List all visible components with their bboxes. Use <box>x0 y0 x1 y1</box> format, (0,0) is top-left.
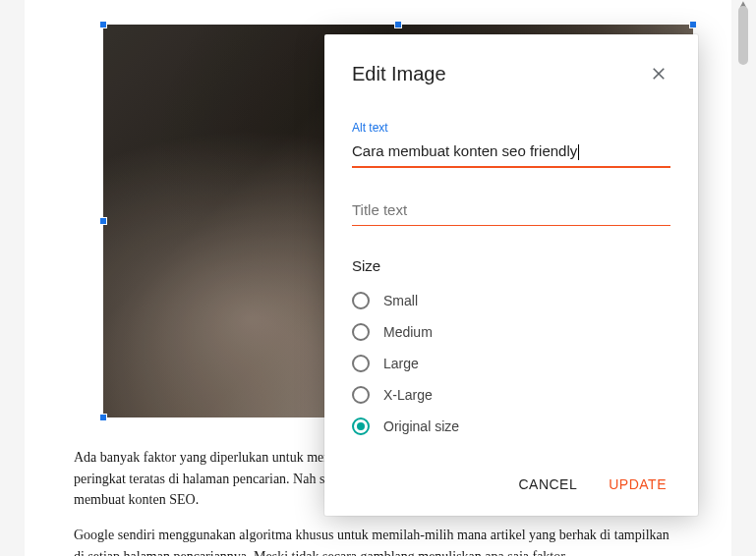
resize-handle-tl[interactable] <box>99 21 107 28</box>
alt-text-input[interactable]: Cara membuat konten seo friendly <box>352 140 670 168</box>
size-option-medium[interactable]: Medium <box>352 323 670 341</box>
article-paragraph[interactable]: Google sendiri menggunakan algoritma khu… <box>74 525 682 556</box>
update-button[interactable]: UPDATE <box>605 471 670 498</box>
resize-handle-ml[interactable] <box>99 217 107 225</box>
alt-text-value: Cara membuat konten seo friendly <box>352 142 577 159</box>
resize-handle-tc[interactable] <box>394 21 402 28</box>
dialog-title: Edit Image <box>352 63 446 85</box>
edit-image-dialog: Edit Image Alt text Cara membuat konten … <box>324 34 698 516</box>
radio-icon <box>352 386 370 404</box>
resize-handle-bl[interactable] <box>99 414 107 421</box>
radio-label: Original size <box>383 418 459 434</box>
radio-label: X-Large <box>383 387 433 403</box>
dialog-actions: CANCEL UPDATE <box>352 463 670 498</box>
close-icon <box>650 65 668 83</box>
alt-text-field-group: Alt text Cara membuat konten seo friendl… <box>352 121 670 168</box>
close-button[interactable] <box>647 62 670 85</box>
size-option-large[interactable]: Large <box>352 355 670 372</box>
radio-dot <box>357 422 365 430</box>
radio-icon <box>352 323 370 341</box>
radio-icon <box>352 292 370 309</box>
title-text-input[interactable] <box>352 199 670 226</box>
size-option-small[interactable]: Small <box>352 292 670 309</box>
size-radio-group: Small Medium Large X-Large Original size <box>352 292 670 435</box>
size-option-original[interactable]: Original size <box>352 417 670 435</box>
size-section-label: Size <box>352 257 670 274</box>
text-caret <box>578 144 579 160</box>
title-text-field-group <box>352 199 670 226</box>
resize-handle-tr[interactable] <box>689 21 697 28</box>
cancel-button[interactable]: CANCEL <box>514 471 581 498</box>
size-option-xlarge[interactable]: X-Large <box>352 386 670 404</box>
radio-icon-checked <box>352 417 370 435</box>
radio-label: Small <box>383 293 418 308</box>
radio-label: Large <box>383 356 419 371</box>
radio-label: Medium <box>383 324 433 340</box>
alt-text-label: Alt text <box>352 121 670 135</box>
radio-icon <box>352 355 370 372</box>
scrollbar-thumb[interactable] <box>738 6 748 65</box>
